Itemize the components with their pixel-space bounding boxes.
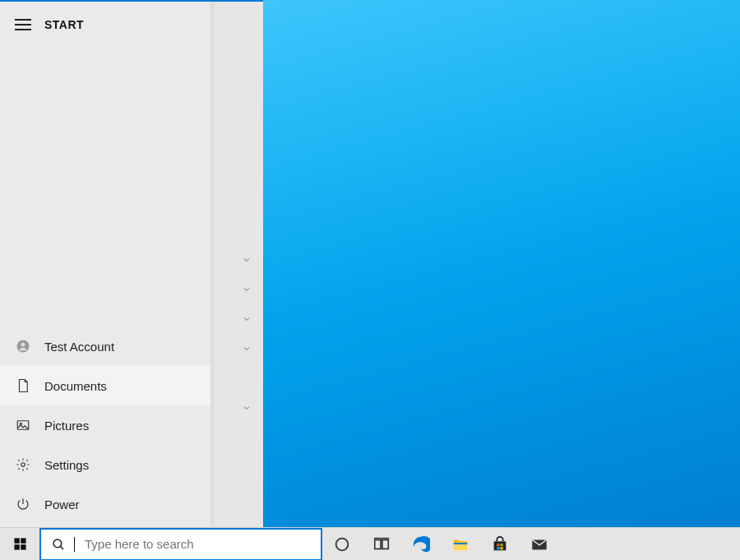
sidebar-item-settings[interactable]: Settings (0, 445, 210, 484)
sidebar-item-power[interactable]: Power (0, 484, 210, 524)
cortana-icon (333, 535, 351, 553)
sidebar-item-label: Settings (44, 458, 89, 472)
chevron-down-icon[interactable] (210, 403, 252, 413)
taskbar (0, 527, 740, 560)
start-title: START (44, 18, 84, 31)
search-icon (51, 537, 66, 552)
taskbar-explorer[interactable] (441, 528, 480, 561)
svg-point-11 (336, 538, 349, 550)
pictures-icon (15, 417, 31, 433)
svg-rect-19 (500, 547, 502, 549)
taskbar-mail[interactable] (520, 528, 559, 561)
svg-rect-6 (21, 538, 25, 543)
svg-point-3 (20, 423, 21, 424)
start-left-column: START Test Account Documents Pictures Se (0, 0, 210, 527)
taskbar-cortana[interactable] (322, 528, 362, 561)
svg-line-10 (60, 546, 63, 549)
chevron-down-icon[interactable] (210, 255, 252, 265)
taskview-icon (372, 535, 391, 553)
svg-rect-7 (14, 544, 19, 549)
start-button[interactable] (0, 528, 39, 561)
svg-rect-15 (454, 543, 468, 544)
chevron-down-icon[interactable] (210, 344, 252, 354)
edge-icon (412, 535, 430, 553)
user-icon (15, 338, 31, 354)
document-icon (15, 377, 31, 394)
sidebar-item-pictures[interactable]: Pictures (0, 405, 210, 445)
chevron-down-icon[interactable] (210, 314, 252, 324)
svg-rect-17 (500, 544, 502, 546)
taskbar-store[interactable] (480, 528, 520, 561)
sidebar-item-label: Power (44, 498, 80, 511)
taskbar-taskview[interactable] (362, 528, 401, 561)
gear-icon (15, 456, 31, 473)
sidebar-item-documents[interactable]: Documents (0, 366, 210, 405)
windows-icon (13, 537, 27, 551)
start-header: START (0, 2, 210, 48)
store-icon (491, 535, 509, 553)
svg-point-1 (21, 343, 25, 347)
svg-rect-8 (21, 544, 25, 549)
taskbar-search[interactable] (39, 528, 322, 561)
svg-rect-16 (497, 544, 499, 546)
file-explorer-icon (451, 535, 469, 553)
sidebar-item-label: Pictures (44, 419, 89, 433)
hamburger-icon[interactable] (15, 16, 31, 33)
svg-point-4 (21, 463, 25, 467)
sidebar-item-label: Documents (44, 379, 107, 393)
svg-rect-18 (497, 547, 499, 549)
svg-point-9 (53, 539, 62, 548)
svg-rect-5 (14, 538, 19, 543)
sidebar-item-label: Test Account (44, 340, 114, 354)
mail-icon (530, 535, 548, 553)
text-cursor (74, 537, 75, 552)
power-icon (15, 496, 31, 512)
taskbar-edge[interactable] (401, 528, 441, 561)
svg-rect-13 (382, 539, 388, 548)
search-input[interactable] (85, 537, 314, 551)
svg-rect-12 (375, 539, 381, 548)
sidebar-item-account[interactable]: Test Account (0, 326, 210, 366)
chevron-down-icon[interactable] (210, 285, 252, 294)
